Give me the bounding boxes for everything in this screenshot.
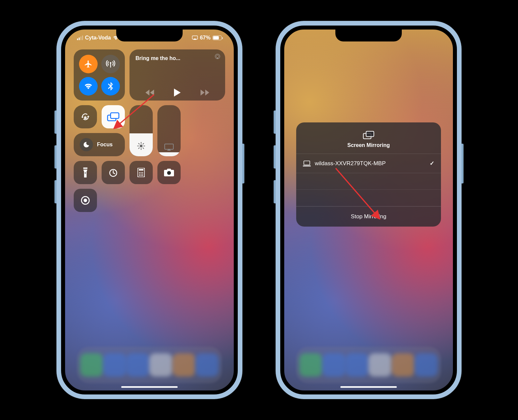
screen-mirror-status-icon [192,35,198,40]
lock-rotation-icon [80,112,90,122]
svg-line-10 [138,143,139,144]
dock-ghost [77,347,222,383]
sheet-spacer [296,190,441,206]
laptop-icon [303,161,311,167]
wifi-icon [84,83,93,90]
svg-rect-33 [366,131,374,137]
home-indicator [121,386,178,388]
bluetooth-toggle[interactable] [101,77,120,96]
media-tile[interactable]: Bring me the ho... [130,49,225,101]
stop-mirroring-label: Stop Mirroring [351,213,387,220]
svg-line-13 [143,143,143,144]
cellular-data-toggle[interactable] [101,55,120,73]
orientation-lock-tile[interactable] [74,105,97,128]
volume-slider[interactable] [157,105,181,156]
focus-tile[interactable]: Focus [74,133,125,156]
camera-button[interactable] [157,161,181,184]
wifi-toggle[interactable] [79,77,98,96]
antenna-icon [106,59,115,69]
svg-point-25 [139,175,140,176]
iphone-frame-right: Screen Mirroring wildass-XXVR279TQK-MBP … [276,21,462,399]
stop-mirroring-button[interactable]: Stop Mirroring [296,206,441,227]
check-icon: ✓ [430,160,434,167]
svg-point-22 [139,174,140,175]
home-indicator [340,386,397,388]
svg-line-11 [143,148,143,148]
sheet-title: Screen Mirroring [296,142,441,148]
timer-button[interactable] [102,161,125,184]
svg-rect-18 [139,169,143,171]
timer-icon [109,168,118,177]
svg-point-2 [216,55,219,58]
svg-point-24 [142,174,143,175]
svg-point-30 [84,199,87,202]
focus-label: Focus [97,142,113,148]
moon-icon [80,138,93,151]
screen-mirroring-tile[interactable] [102,105,125,128]
svg-point-23 [140,174,141,175]
dock-ghost [296,347,441,383]
screen-mirroring-sheet: Screen Mirroring wildass-XXVR279TQK-MBP … [296,122,441,227]
svg-rect-4 [111,113,119,118]
svg-line-12 [138,148,139,148]
record-icon [81,196,90,205]
airplane-icon [84,60,93,68]
mirroring-device-row[interactable]: wildass-XXVR279TQK-MBP ✓ [296,154,441,173]
play-button[interactable] [174,89,181,97]
notch [335,29,402,41]
screen-mirroring-icon [296,130,441,140]
svg-point-19 [139,172,140,173]
svg-point-21 [142,172,143,173]
svg-point-5 [140,145,143,148]
screen-record-button[interactable] [74,189,97,212]
airplay-icon [215,53,220,59]
calculator-button[interactable] [130,161,153,184]
battery-icon [213,35,222,40]
device-name: wildass-XXVR279TQK-MBP [315,160,386,167]
brightness-slider[interactable] [130,105,153,156]
brightness-icon [137,142,145,150]
notch [116,29,183,41]
sheet-header: Screen Mirroring [296,122,441,154]
flashlight-button[interactable] [74,161,97,184]
svg-point-28 [167,171,171,175]
airplay-volume-icon [164,144,174,150]
rewind-button[interactable] [145,90,154,96]
carrier-label: Cyta-Voda [85,35,111,41]
screen-mirroring-icon [107,112,120,122]
svg-point-20 [140,172,141,173]
calculator-icon [137,168,145,177]
forward-button[interactable] [201,90,209,96]
svg-rect-35 [303,166,311,167]
media-title: Bring me the ho... [135,55,219,61]
svg-rect-34 [304,161,310,165]
connectivity-group[interactable] [74,49,125,101]
airplane-toggle[interactable] [79,55,98,73]
bluetooth-icon [108,82,113,91]
battery-pct-label: 67% [200,35,211,41]
control-center: Bring me the ho... [74,49,225,212]
svg-point-26 [140,175,141,176]
screen-left: Cyta-Voda 67% [61,26,238,394]
svg-point-27 [142,175,143,176]
svg-point-15 [85,173,86,174]
screen-right: Screen Mirroring wildass-XXVR279TQK-MBP … [280,26,457,394]
svg-rect-14 [165,144,173,149]
sheet-spacer [296,173,441,190]
camera-icon [164,169,174,176]
flashlight-icon [82,168,88,177]
iphone-frame-left: Cyta-Voda 67% [56,21,242,399]
cellular-signal-icon [77,35,83,40]
